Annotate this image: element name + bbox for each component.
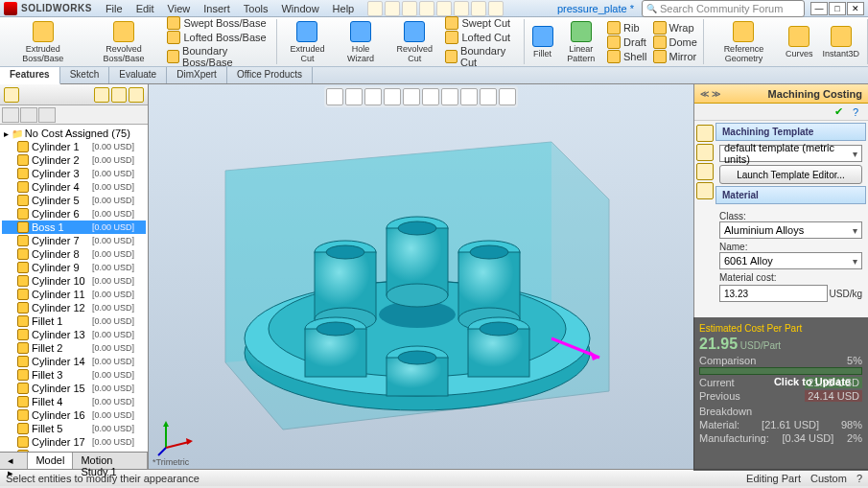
close-button[interactable]: ✕ [847,2,864,15]
side-material-icon[interactable] [696,163,714,180]
view-orient-icon[interactable] [403,88,420,105]
help-icon[interactable]: ? [849,105,862,119]
curves-button[interactable]: Curves [782,25,817,59]
appearance-icon[interactable] [460,88,478,105]
cost-summary-overlay[interactable]: Estimated Cost Per Part 21.95 USD/Part C… [693,317,868,471]
tree-item[interactable]: Cylinder 12[0.00 USD] [2,301,146,314]
template-select[interactable]: default template (metric units) [719,145,862,162]
fm-filter-icon[interactable] [94,87,109,103]
launch-editor-button[interactable]: Launch Template Editor... [719,165,862,184]
bottom-tab-arrows[interactable]: ◂ ▸ [0,453,28,469]
tree-item[interactable]: Fillet 4[0.00 USD] [2,395,146,408]
tree-root[interactable]: ▸ 📁 No Cost Assigned (75) [2,127,146,140]
menu-insert[interactable]: Insert [198,2,236,15]
name-select[interactable]: 6061 Alloy [719,252,862,269]
zoom-fit-icon[interactable] [326,88,343,105]
bottom-tab-motion[interactable]: Motion Study 1 [73,453,148,469]
revolved-cut-button[interactable]: Revolved Cut [387,20,441,64]
qat-undo-icon[interactable] [436,1,452,16]
reference-geometry-button[interactable]: Reference Geometry [708,20,780,64]
tree-item[interactable]: Cylinder 6[0.00 USD] [2,207,146,221]
tree-item[interactable]: Cylinder 3[0.00 USD] [2,167,146,180]
tree-item[interactable]: Cylinder 4[0.00 USD] [2,180,146,194]
tree-item[interactable]: Cylinder 2[0.00 USD] [2,153,146,167]
boundary-boss-button[interactable]: Boundary Boss/Base [165,45,272,68]
qat-print-icon[interactable] [419,1,434,16]
template-section[interactable]: Machining Template [716,123,866,141]
status-help-icon[interactable]: ? [856,473,862,484]
lofted-cut-button[interactable]: Lofted Cut [443,31,519,44]
side-template-icon[interactable] [696,125,714,142]
material-section[interactable]: Material [716,186,866,204]
extruded-cut-button[interactable]: Extruded Cut [281,20,334,64]
qat-options-icon[interactable] [488,1,504,16]
zoom-area-icon[interactable] [345,88,363,105]
shell-button[interactable]: Shell [605,50,648,63]
tree-item[interactable]: Cylinder 7[0.00 USD] [2,234,146,247]
side-settings-icon[interactable] [696,182,714,199]
swept-boss-button[interactable]: Swept Boss/Base [165,16,272,30]
prev-view-icon[interactable] [364,88,382,105]
tree-item[interactable]: Fillet 3[0.00 USD] [2,368,146,382]
tree-item[interactable]: Cylinder 5[0.00 USD] [2,194,146,207]
tree-item[interactable]: Cylinder 15[0.00 USD] [2,382,146,395]
wrap-button[interactable]: Wrap [651,21,699,35]
fm-tab-config-icon[interactable] [38,107,56,123]
fillet-button[interactable]: Fillet [528,25,557,59]
tree-item[interactable]: Boss 1[0.00 USD] [2,221,146,234]
tab-dimxpert[interactable]: DimXpert [167,67,227,83]
cost-input[interactable] [719,285,828,302]
qat-new-icon[interactable] [367,1,383,16]
hole-wizard-button[interactable]: Hole Wizard [336,20,386,64]
fm-tab-tree-icon[interactable] [2,107,19,123]
tree-item[interactable]: Cylinder 13[0.00 USD] [2,328,146,341]
menu-view[interactable]: View [162,2,197,15]
menu-edit[interactable]: Edit [130,2,160,15]
qat-save-icon[interactable] [402,1,417,16]
viewport-3d[interactable]: *Trimetric [149,84,693,469]
tab-office-products[interactable]: Office Products [227,67,313,83]
fm-icon[interactable] [4,87,19,103]
qat-select-icon[interactable] [454,1,469,16]
instant3d-button[interactable]: Instant3D [818,25,863,59]
status-custom[interactable]: Custom [810,473,847,484]
draft-button[interactable]: Draft [605,35,648,49]
qat-open-icon[interactable] [385,1,400,16]
linear-pattern-button[interactable]: Linear Pattern [559,20,603,64]
ok-icon[interactable]: ✔ [832,105,845,119]
bottom-tab-model[interactable]: Model [28,453,73,469]
panel-nav-icon[interactable]: ≪ ≫ [700,89,720,99]
tree-item[interactable]: Cylinder 1[0.00 USD] [2,140,146,153]
tree-item[interactable]: Cylinder 17[0.00 USD] [2,435,146,449]
tree-item[interactable]: Cylinder 10[0.00 USD] [2,274,146,288]
lofted-boss-button[interactable]: Lofted Boss/Base [165,31,272,44]
swept-cut-button[interactable]: Swept Cut [443,16,519,30]
minimize-button[interactable]: — [810,2,828,15]
menu-file[interactable]: File [100,2,129,15]
tab-sketch[interactable]: Sketch [60,67,110,83]
rib-button[interactable]: Rib [605,21,648,35]
tab-features[interactable]: Features [0,67,60,84]
display-style-icon[interactable] [422,88,439,105]
view-settings-icon[interactable] [499,88,516,105]
fm-tab-prop-icon[interactable] [20,107,37,123]
mirror-button[interactable]: Mirror [651,50,699,63]
fm-pin-icon[interactable] [129,87,144,103]
tree-item[interactable]: Cylinder 16[0.00 USD] [2,408,146,422]
fm-expand-icon[interactable] [111,87,127,103]
tree-item[interactable]: Cylinder 14[0.00 USD] [2,355,146,368]
tree-item[interactable]: Fillet 1[0.00 USD] [2,314,146,328]
section-view-icon[interactable] [384,88,401,105]
class-select[interactable]: Aluminium Alloys [719,221,862,239]
side-stock-icon[interactable] [696,144,714,161]
tree-item[interactable]: Fillet 5[0.00 USD] [2,422,146,435]
tree-item[interactable]: Fillet 2[0.00 USD] [2,341,146,355]
tree-item[interactable]: Cylinder 11[0.00 USD] [2,288,146,301]
hide-show-icon[interactable] [441,88,458,105]
revolved-boss-button[interactable]: Revolved Boss/Base [84,20,164,64]
menu-window[interactable]: Window [275,2,324,15]
search-input[interactable]: Search Community Forum [642,0,805,17]
menu-help[interactable]: Help [327,2,361,15]
tree-item[interactable]: Cylinder 9[0.00 USD] [2,261,146,274]
feature-tree[interactable]: ▸ 📁 No Cost Assigned (75) Cylinder 1[0.0… [0,125,148,452]
